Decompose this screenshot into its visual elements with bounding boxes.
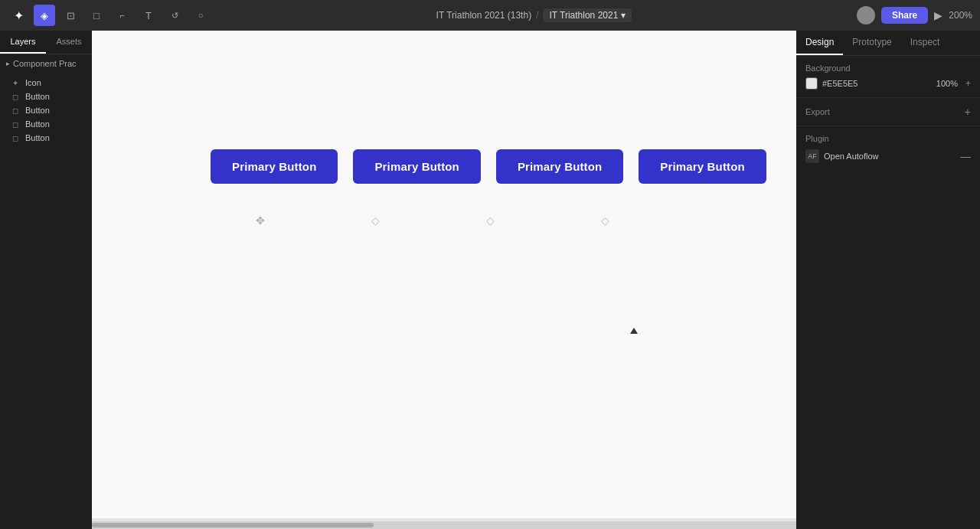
- comment-tool[interactable]: ○: [190, 5, 211, 26]
- select-tool[interactable]: ◈: [34, 5, 55, 26]
- layer-item-icon[interactable]: ✦ Icon: [0, 76, 92, 90]
- background-add-icon[interactable]: +: [965, 78, 971, 89]
- layer-item-button-1[interactable]: ◻ Button: [0, 90, 92, 103]
- background-label: Background: [805, 64, 971, 73]
- project-title: IT Triathlon 2021 (13th): [436, 10, 532, 21]
- primary-button-4[interactable]: Primary Button: [639, 149, 766, 184]
- toolbar-right: Share ▶ 200%: [857, 6, 972, 24]
- layer-icon-symbol: ◻: [12, 106, 21, 115]
- play-button[interactable]: ▶: [934, 9, 942, 21]
- sidebar-tabs: Layers Assets: [0, 31, 92, 54]
- plugin-section: Plugin AF Open Autoflow —: [796, 126, 980, 171]
- left-sidebar: Layers Assets ▸ Component Prac ✦ Icon ◻ …: [0, 31, 92, 529]
- layer-item-button-4[interactable]: ◻ Button: [0, 131, 92, 145]
- plugin-name[interactable]: Open Autoflow: [824, 152, 879, 161]
- handle-diamond-3: ◇: [555, 214, 655, 227]
- background-hex[interactable]: #E5E5E5: [822, 79, 932, 88]
- tab-inspect[interactable]: Inspect: [901, 31, 949, 55]
- crosshair-icon: ✥: [256, 214, 265, 227]
- background-opacity[interactable]: 100%: [936, 79, 958, 88]
- canvas-scrollbar[interactable]: [92, 521, 796, 529]
- primary-button-3[interactable]: Primary Button: [496, 149, 623, 184]
- background-row: #E5E5E5 100% +: [805, 77, 971, 90]
- plugin-icon: AF: [805, 149, 819, 163]
- background-color-swatch[interactable]: [805, 77, 818, 90]
- component-tool[interactable]: ↺: [164, 5, 185, 26]
- frame-tool[interactable]: ⊡: [60, 5, 81, 26]
- shape-tool[interactable]: □: [86, 5, 107, 26]
- zoom-level: 200%: [949, 10, 972, 21]
- plugin-remove-button[interactable]: —: [960, 150, 971, 162]
- export-row: Export +: [805, 106, 971, 118]
- avatar: [857, 6, 875, 24]
- right-panel: Design Prototype Inspect Background #E5E…: [796, 31, 980, 529]
- handle-diamond-1: ◇: [325, 214, 425, 227]
- layer-icon-symbol: ◻: [12, 93, 21, 101]
- toolbar-left: ✦ ◈ ⊡ □ ⌐ T ↺ ○: [8, 5, 211, 26]
- layer-item-button-2[interactable]: ◻ Button: [0, 103, 92, 117]
- canvas-buttons: Primary Button Primary Button Primary Bu…: [211, 149, 766, 184]
- diamond-icon-1: ◇: [371, 214, 380, 227]
- canvas-handles: ✥ ◇ ◇ ◇: [211, 214, 655, 227]
- breadcrumb: IT Triathlon 2021 (13th) / IT Triathlon …: [436, 8, 632, 22]
- text-tool[interactable]: T: [138, 5, 159, 26]
- tab-assets[interactable]: Assets: [46, 31, 92, 54]
- canvas-page: [92, 31, 796, 518]
- expand-icon: ▸: [6, 60, 10, 67]
- plugin-name-wrap: AF Open Autoflow: [805, 149, 879, 163]
- diamond-icon-2: ◇: [486, 214, 495, 227]
- figma-logo[interactable]: ✦: [8, 5, 29, 26]
- primary-button-1[interactable]: Primary Button: [211, 149, 338, 184]
- pen-tool[interactable]: ⌐: [112, 5, 133, 26]
- export-add-button[interactable]: +: [965, 106, 971, 118]
- handle-crosshair: ✥: [211, 214, 310, 227]
- scrollbar-thumb[interactable]: [92, 523, 374, 527]
- tab-design[interactable]: Design: [796, 31, 843, 55]
- export-label: Export: [805, 107, 830, 116]
- layer-icon-symbol: ◻: [12, 134, 21, 142]
- right-panel-tabs: Design Prototype Inspect: [796, 31, 980, 56]
- plugin-section-label: Plugin: [805, 134, 971, 143]
- export-section: Export +: [796, 98, 980, 126]
- background-section: Background #E5E5E5 100% +: [796, 56, 980, 98]
- tab-prototype[interactable]: Prototype: [843, 31, 900, 55]
- tab-layers[interactable]: Layers: [0, 31, 46, 54]
- layer-icon-symbol: ◻: [12, 120, 21, 129]
- share-button[interactable]: Share: [881, 7, 928, 24]
- main-layout: Layers Assets ▸ Component Prac ✦ Icon ◻ …: [0, 31, 980, 529]
- page-header[interactable]: ▸ Component Prac: [0, 54, 92, 73]
- top-bar: ✦ ◈ ⊡ □ ⌐ T ↺ ○ IT Triathlon 2021 (13th)…: [0, 0, 980, 31]
- current-page-label[interactable]: IT Triathlon 2021 ▾: [543, 8, 632, 22]
- diamond-icon-3: ◇: [601, 214, 609, 227]
- breadcrumb-separator: /: [536, 10, 538, 21]
- plugin-item: AF Open Autoflow —: [805, 149, 971, 163]
- layer-list: ✦ Icon ◻ Button ◻ Button ◻ Button ◻ Butt…: [0, 73, 92, 148]
- page-label: Component Prac: [13, 59, 77, 68]
- canvas-area[interactable]: Primary Button Primary Button Primary Bu…: [92, 31, 796, 529]
- primary-button-2[interactable]: Primary Button: [353, 149, 480, 184]
- layer-icon-symbol: ✦: [12, 79, 21, 87]
- handle-diamond-2: ◇: [440, 214, 540, 227]
- layer-item-button-3[interactable]: ◻ Button: [0, 117, 92, 131]
